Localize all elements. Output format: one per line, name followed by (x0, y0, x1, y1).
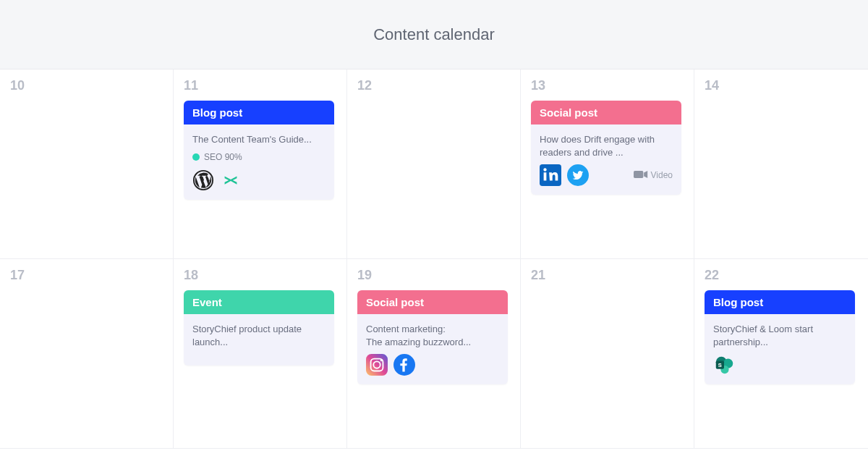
day-number: 13 (531, 78, 686, 93)
svg-point-9 (380, 360, 383, 362)
day-cell-18[interactable]: 18 Event StoryChief product update launc… (174, 259, 347, 449)
card-title: How does Drift engage with readers and d… (540, 133, 673, 159)
day-number: 14 (705, 78, 861, 93)
card-social-post[interactable]: Social post Content marketing: The amazi… (357, 290, 508, 384)
medium-icon (220, 169, 242, 191)
channel-icons: S (713, 354, 846, 376)
card-title: Content marketing: The amazing buzzword.… (366, 323, 499, 348)
day-cell-14[interactable]: 14 (694, 69, 868, 259)
day-number: 17 (10, 268, 166, 283)
svg-rect-5 (634, 171, 643, 178)
video-attachment: Video (634, 169, 673, 182)
day-number: 22 (705, 268, 861, 283)
card-type-label: Blog post (184, 101, 334, 124)
video-icon (634, 169, 648, 182)
day-number: 19 (357, 268, 513, 283)
card-title: StoryChief & Loom start partnership... (713, 323, 846, 348)
day-cell-12[interactable]: 12 (347, 69, 521, 259)
day-number: 21 (531, 268, 686, 283)
seo-indicator: SEO 90% (192, 152, 326, 162)
day-cell-22[interactable]: 22 Blog post StoryChief & Loom start par… (694, 259, 868, 449)
day-number: 10 (10, 78, 166, 93)
card-type-label: Event (184, 290, 334, 314)
channel-icons (366, 354, 499, 376)
facebook-icon (393, 354, 415, 376)
day-cell-13[interactable]: 13 Social post How does Drift engage wit… (521, 69, 694, 259)
calendar-grid: 10 11 Blog post The Content Team's Guide… (0, 69, 868, 449)
svg-rect-6 (366, 354, 388, 376)
card-title: StoryChief product update launch... (192, 323, 326, 348)
day-cell-11[interactable]: 11 Blog post The Content Team's Guide...… (174, 69, 347, 259)
channel-icons: Video (540, 164, 673, 186)
card-event[interactable]: Event StoryChief product update launch..… (184, 290, 334, 366)
instagram-icon (366, 354, 388, 376)
svg-text:S: S (718, 362, 722, 368)
day-number: 12 (357, 78, 513, 93)
day-cell-19[interactable]: 19 Social post Content marketing: The am… (347, 259, 521, 449)
card-blog-post[interactable]: Blog post StoryChief & Loom start partne… (705, 290, 855, 384)
day-number: 11 (184, 78, 339, 93)
card-blog-post[interactable]: Blog post The Content Team's Guide... SE… (184, 101, 334, 200)
sharepoint-icon: S (713, 354, 735, 376)
linkedin-icon (540, 164, 561, 186)
twitter-icon (567, 164, 589, 186)
channel-icons (192, 169, 326, 191)
day-cell-17[interactable]: 17 (0, 259, 174, 449)
svg-rect-2 (544, 172, 547, 180)
card-type-label: Blog post (705, 290, 855, 314)
page-title: Content calendar (373, 25, 495, 44)
seo-label: SEO 90% (204, 152, 242, 162)
card-title: The Content Team's Guide... (192, 133, 326, 146)
page-header: Content calendar (0, 0, 868, 69)
card-type-label: Social post (357, 290, 508, 314)
svg-point-3 (543, 168, 546, 171)
day-number: 18 (184, 268, 339, 283)
card-social-post[interactable]: Social post How does Drift engage with r… (531, 101, 681, 195)
day-cell-10[interactable]: 10 (0, 69, 174, 259)
wordpress-icon (192, 169, 214, 191)
card-type-label: Social post (531, 101, 681, 124)
video-label: Video (651, 170, 673, 180)
day-cell-21[interactable]: 21 (521, 259, 694, 449)
seo-dot-icon (192, 153, 200, 161)
